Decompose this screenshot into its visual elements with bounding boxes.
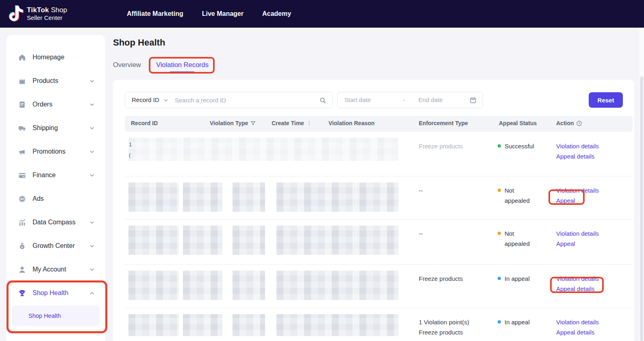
search-field-selector[interactable]: Record ID	[132, 96, 159, 103]
record-id-fragment: (	[129, 152, 131, 158]
violation-details-link[interactable]: Violation details	[556, 274, 599, 284]
chevron-down-icon	[89, 102, 95, 108]
home-icon	[18, 53, 26, 62]
row-separator	[125, 264, 633, 265]
chevron-down-icon	[89, 78, 95, 84]
sidebar: HomepageProductsOrdersShippingPromotions…	[7, 35, 105, 341]
sort-icon[interactable]	[306, 120, 312, 126]
table-row: --NotappealedViolation detailsAppeal	[125, 219, 633, 264]
redacted-violation-reason	[276, 271, 398, 300]
data-compass-icon	[18, 218, 26, 227]
chevron-up-icon	[89, 290, 95, 296]
tiktok-shop-logo[interactable]: TikTok Shop Seller Center	[9, 4, 67, 24]
sidebar-item-label: Finance	[33, 172, 56, 179]
sidebar-item-label: Growth Center	[33, 242, 75, 250]
appeal-details-link[interactable]: Appeal details	[556, 284, 594, 294]
sidebar-item-finance[interactable]: Finance	[7, 163, 105, 187]
column-label: Enforcement Type	[419, 120, 468, 126]
appeal-status-cell: Successful	[505, 141, 534, 151]
search-icon[interactable]	[319, 97, 326, 104]
violation-details-link[interactable]: Violation details	[556, 185, 599, 195]
shop-health-trophy-icon: ★	[18, 289, 26, 298]
sidebar-subitem-label: Shop Health	[28, 313, 61, 319]
topnav-live-manager[interactable]: Live Manager	[202, 10, 244, 17]
chevron-down-icon	[89, 243, 95, 249]
filter-funnel-icon[interactable]	[250, 120, 256, 126]
calendar-icon[interactable]	[469, 96, 477, 104]
chevron-down-icon	[89, 219, 95, 226]
chevron-down-icon	[89, 149, 95, 155]
sidebar-item-ads[interactable]: ADAds	[7, 187, 105, 211]
sidebar-subitem-shop-health[interactable]: Shop Health	[12, 306, 100, 326]
sidebar-item-orders[interactable]: Orders	[7, 93, 105, 116]
redacted-violation-type	[183, 182, 222, 212]
column-label: Appeal Status	[499, 120, 537, 126]
redacted-violation-reason	[276, 314, 398, 336]
tab-overview[interactable]: Overview	[113, 61, 141, 69]
products-bag-icon	[18, 77, 26, 85]
sidebar-item-data-compass[interactable]: Data Compass	[7, 211, 105, 234]
redacted-create-time	[233, 182, 265, 212]
sidebar-item-label: Shop Health	[33, 289, 68, 297]
sidebar-item-homepage[interactable]: Homepage	[7, 46, 105, 69]
appeal-status-cell: In appeal	[505, 317, 530, 327]
appeal-status-cell: Notappealed	[505, 185, 530, 206]
date-range-separator: -	[403, 96, 405, 103]
svg-text:★: ★	[21, 245, 23, 248]
violation-details-link[interactable]: Violation details	[556, 317, 599, 327]
logo-text: TikTok Shop Seller Center	[27, 6, 67, 22]
scrollbar-thumb[interactable]	[640, 76, 643, 341]
sidebar-item-my-account[interactable]: My Account	[7, 258, 105, 281]
sidebar-item-shop-health[interactable]: ★Shop Health	[7, 281, 105, 305]
redacted-record-data	[128, 138, 398, 161]
enforcement-type-cell: --	[419, 185, 423, 195]
svg-text:★: ★	[21, 291, 23, 293]
sidebar-item-label: Products	[33, 77, 58, 85]
reset-button[interactable]: Reset	[589, 92, 623, 108]
sidebar-item-label: Orders	[33, 101, 52, 108]
active-tab-underline	[170, 72, 194, 73]
column-header-action[interactable]: Action?	[556, 120, 582, 126]
enforcement-type-cell: Freeze products	[419, 274, 463, 284]
redacted-violation-type	[183, 226, 222, 255]
sidebar-item-promotions[interactable]: Promotions	[7, 140, 105, 163]
appeal-details-link[interactable]: Appeal details	[556, 327, 594, 337]
sidebar-item-growth-center[interactable]: ★Growth Center	[7, 234, 105, 258]
redacted-create-time	[233, 271, 265, 300]
start-date-field[interactable]: Start date	[344, 96, 371, 103]
logo-line2: Seller Center	[27, 14, 63, 21]
topnav-academy[interactable]: Academy	[262, 10, 291, 17]
logo-brand: TikTok	[27, 6, 49, 14]
search-input[interactable]	[175, 93, 309, 107]
tab-violation-records[interactable]: Violation Records	[156, 61, 209, 69]
tiktok-note-icon	[9, 4, 24, 24]
redacted-record-id	[128, 271, 179, 300]
sidebar-item-label: Ads	[33, 195, 44, 202]
sidebar-item-shipping[interactable]: Shipping	[7, 116, 105, 140]
appeal-details-link[interactable]: Appeal details	[556, 151, 594, 161]
chevron-down-icon[interactable]	[163, 98, 169, 103]
column-header-violation-reason: Violation Reason	[329, 120, 374, 126]
sidebar-item-label: Data Compass	[33, 219, 76, 226]
appeal-status-cell: Notappealed	[505, 228, 530, 249]
orders-document-icon	[18, 100, 26, 109]
end-date-field[interactable]: End date	[418, 96, 443, 103]
violation-details-link[interactable]: Violation details	[556, 228, 599, 239]
sidebar-item-label: Promotions	[33, 148, 65, 155]
topnav-affiliate-marketing[interactable]: Affiliate Marketing	[127, 10, 183, 17]
help-circle-icon[interactable]: ?	[576, 120, 582, 126]
table-row: 1 Violation point(s)Freeze productsIn ap…	[125, 308, 633, 341]
sidebar-item-label: Homepage	[33, 54, 64, 61]
appeal-link[interactable]: Appeal	[556, 239, 575, 249]
record-id-search-box: Record ID	[125, 92, 333, 108]
scrollbar-track	[639, 28, 644, 341]
chevron-down-icon	[89, 125, 95, 131]
column-header-create-time[interactable]: Create Time	[272, 120, 312, 126]
status-dot-orange	[498, 189, 501, 192]
appeal-status-cell: In appeal	[505, 274, 530, 284]
column-header-violation-type[interactable]: Violation Type	[210, 120, 256, 126]
violation-details-link[interactable]: Violation details	[556, 141, 599, 151]
chevron-down-icon	[89, 172, 95, 178]
sidebar-item-products[interactable]: Products	[7, 69, 105, 93]
appeal-link[interactable]: Appeal	[556, 195, 575, 206]
